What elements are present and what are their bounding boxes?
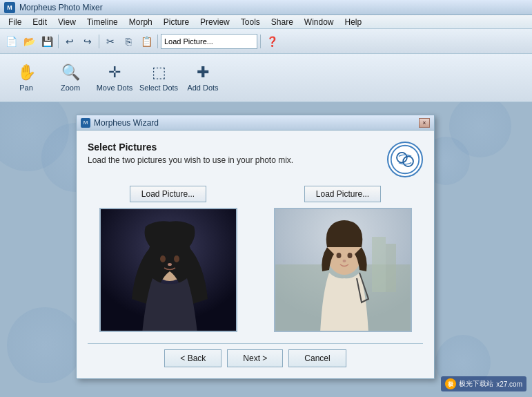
right-picture-column: Load Picture... [262, 186, 423, 332]
tools-toolbar: ✋ Pan 🔍 Zoom ✛ Move Dots ⬚ Select Dots ✚… [0, 54, 532, 102]
load-picture-1-button[interactable]: Load Picture... [130, 186, 206, 202]
dialog-logo [387, 142, 423, 177]
menu-preview[interactable]: Preview [195, 16, 235, 28]
menu-share[interactable]: Share [266, 16, 299, 28]
load-picture-2-button[interactable]: Load Picture... [304, 186, 381, 202]
undo-button[interactable]: ↩ [61, 33, 78, 50]
cut-button[interactable]: ✂ [102, 33, 119, 50]
pan-tool[interactable]: ✋ Pan [6, 58, 47, 98]
dialog-header: Select Pictures Load the two pictures yo… [88, 142, 423, 177]
add-dots-tool[interactable]: ✚ Add Dots [182, 58, 224, 98]
dialog-footer: < Back Next > Cancel [88, 343, 423, 367]
svg-point-0 [391, 146, 419, 173]
help-button[interactable]: ❓ [264, 33, 280, 50]
pan-label: Pan [19, 84, 33, 92]
select-dots-icon: ⬚ [152, 64, 166, 81]
watermark: 极 极光下载站 x27.com [441, 376, 526, 391]
svg-point-8 [168, 263, 172, 266]
svg-rect-11 [372, 237, 386, 292]
toolbar: 📄 📂 💾 ↩ ↪ ✂ ⎘ 📋 Load Picture... ❓ [0, 29, 532, 54]
menu-help[interactable]: Help [339, 16, 368, 28]
next-button[interactable]: Next > [227, 349, 283, 367]
app-title: Morpheus Photo Mixer [19, 3, 103, 12]
left-photo [101, 209, 236, 331]
morpheus-logo-svg [389, 144, 421, 175]
bg-decoration [7, 307, 83, 383]
menu-morph[interactable]: Morph [124, 16, 158, 28]
move-dots-label: Move Dots [97, 84, 133, 92]
svg-point-6 [160, 255, 166, 262]
dialog-close-button[interactable]: × [419, 118, 430, 128]
add-dots-icon: ✚ [197, 64, 209, 81]
copy-button[interactable]: ⎘ [120, 33, 137, 50]
menu-window[interactable]: Window [299, 16, 339, 28]
separator-1 [58, 35, 59, 48]
menu-view[interactable]: View [52, 16, 81, 28]
dialog-heading: Select Pictures [88, 142, 293, 153]
svg-rect-12 [386, 244, 396, 292]
app-icon: M [4, 2, 15, 13]
dialog-title: Morpheus Wizard [94, 118, 159, 128]
right-picture-frame [274, 208, 412, 332]
redo-button[interactable]: ↪ [79, 33, 96, 50]
move-dots-tool[interactable]: ✛ Move Dots [94, 58, 135, 98]
svg-point-15 [347, 253, 352, 258]
watermark-text: 极光下载站 [459, 379, 493, 389]
menu-timeline[interactable]: Timeline [81, 16, 124, 28]
paste-button[interactable]: 📋 [138, 33, 155, 50]
svg-point-16 [342, 260, 346, 262]
new-button[interactable]: 📄 [3, 33, 19, 50]
title-bar: M Morpheus Photo Mixer [0, 0, 532, 15]
dialog-subtext: Load the two pictures you wish to use in… [88, 155, 293, 165]
pan-icon: ✋ [17, 64, 36, 81]
dialog-icon: M [81, 118, 90, 128]
dialog-titlebar: M Morpheus Wizard × [77, 115, 434, 130]
pictures-area: Load Picture... [88, 186, 423, 332]
watermark-icon: 极 [445, 378, 456, 389]
left-picture-frame [99, 208, 237, 332]
morpheus-wizard-dialog: M Morpheus Wizard × Select Pictures Load… [76, 115, 435, 379]
zoom-icon: 🔍 [61, 64, 80, 81]
menu-bar: File Edit View Timeline Morph Picture Pr… [0, 15, 532, 29]
open-button[interactable]: 📂 [21, 33, 37, 50]
menu-file[interactable]: File [3, 16, 27, 28]
cancel-button[interactable]: Cancel [288, 349, 346, 367]
separator-3 [157, 35, 158, 48]
svg-point-7 [174, 255, 179, 262]
move-dots-icon: ✛ [108, 64, 121, 81]
separator-2 [99, 35, 99, 48]
select-dots-tool[interactable]: ⬚ Select Dots [138, 58, 179, 98]
right-photo-svg [275, 209, 411, 331]
main-area: M Morpheus Wizard × Select Pictures Load… [0, 102, 532, 397]
left-picture-column: Load Picture... [88, 186, 248, 332]
right-photo [275, 209, 411, 331]
back-button[interactable]: < Back [164, 349, 221, 367]
left-photo-svg [101, 209, 236, 331]
menu-picture[interactable]: Picture [158, 16, 195, 28]
load-picture-combo[interactable]: Load Picture... [161, 34, 257, 49]
save-button[interactable]: 💾 [39, 33, 55, 50]
menu-edit[interactable]: Edit [27, 16, 52, 28]
zoom-label: Zoom [61, 84, 80, 92]
select-dots-label: Select Dots [139, 84, 178, 92]
dialog-content: Select Pictures Load the two pictures yo… [77, 130, 434, 378]
add-dots-label: Add Dots [187, 84, 218, 92]
menu-tools[interactable]: Tools [235, 16, 266, 28]
separator-4 [260, 35, 261, 48]
watermark-url: x27.com [496, 380, 522, 388]
svg-point-14 [336, 253, 341, 258]
zoom-tool[interactable]: 🔍 Zoom [50, 58, 91, 98]
